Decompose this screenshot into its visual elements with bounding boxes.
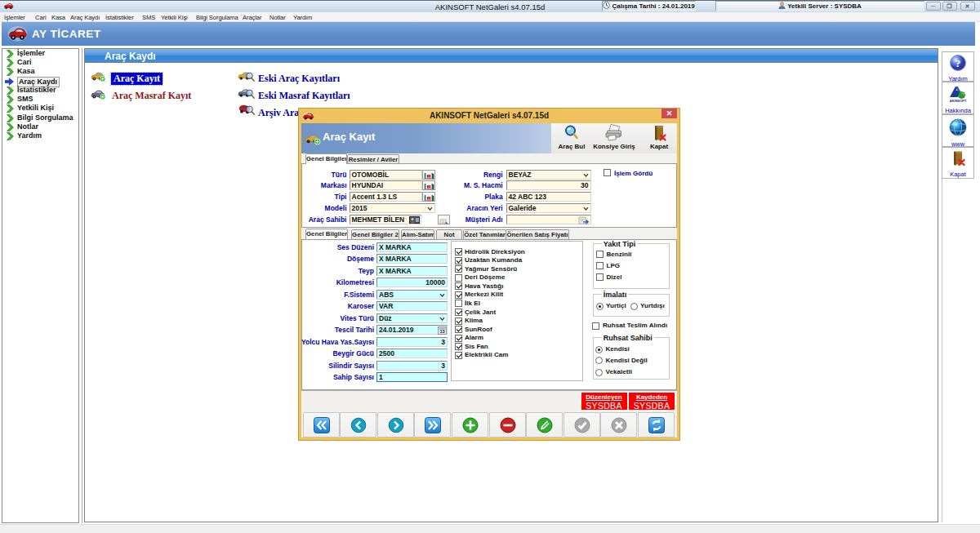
svg-text:?: ? (956, 57, 961, 69)
svg-text:13: 13 (439, 329, 444, 334)
svg-text:AKINSOFT: AKINSOFT (950, 99, 967, 103)
